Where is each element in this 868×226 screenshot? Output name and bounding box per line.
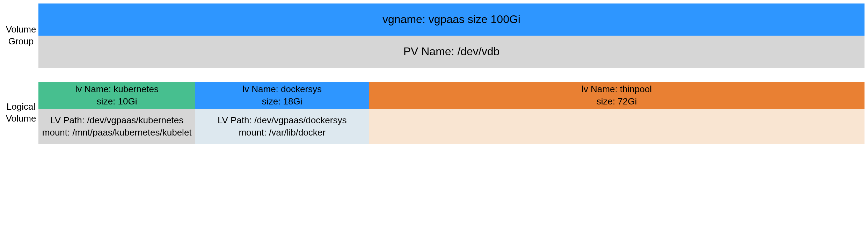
vg-header-box: vgname: vgpaas size 100Gi <box>38 3 865 36</box>
lv-path-text: LV Path: /dev/vgpaas/kubernetes <box>50 114 183 126</box>
lv-mount-box <box>369 109 865 144</box>
lv-size-text: size: 72Gi <box>597 95 637 108</box>
lv-header-box: lv Name: kubernetessize: 10Gi <box>38 82 195 109</box>
lv-mount-text: mount: /var/lib/docker <box>239 126 326 139</box>
lv-size-text: size: 10Gi <box>97 95 137 108</box>
lv-size-text: size: 18Gi <box>262 95 302 108</box>
label-text: Volume <box>3 24 38 36</box>
lv-header-box: lv Name: dockersyssize: 18Gi <box>195 82 369 109</box>
volume-group-content: vgname: vgpaas size 100Gi PV Name: /dev/… <box>38 3 865 68</box>
logical-volume-content: lv Name: kubernetessize: 10Gilv Name: do… <box>38 82 865 144</box>
lv-mount-text: mount: /mnt/paas/kubernetes/kubelet <box>42 126 192 139</box>
label-text: Logical <box>3 101 38 113</box>
lv-name-text: lv Name: thinpool <box>582 83 652 95</box>
lv-mount-box: LV Path: /dev/vgpaas/kubernetesmount: /m… <box>38 109 195 144</box>
pv-box: PV Name: /dev/vdb <box>38 36 865 68</box>
volume-group-label: Volume Group <box>3 24 38 48</box>
pv-row: PV Name: /dev/vdb <box>38 36 865 68</box>
lv-mount-row: LV Path: /dev/vgpaas/kubernetesmount: /m… <box>38 109 865 144</box>
label-text: Group <box>3 36 38 48</box>
lv-name-text: lv Name: dockersys <box>242 83 322 95</box>
label-text: Volume <box>3 113 38 125</box>
vg-header-text: vgname: vgpaas size 100Gi <box>382 12 520 27</box>
logical-volume-section: Logical Volume lv Name: kubernetessize: … <box>3 82 865 144</box>
volume-group-section: Volume Group vgname: vgpaas size 100Gi P… <box>3 3 865 68</box>
lv-path-text: LV Path: /dev/vgpaas/dockersys <box>218 114 347 126</box>
lv-mount-box: LV Path: /dev/vgpaas/dockersysmount: /va… <box>195 109 369 144</box>
lv-name-text: lv Name: kubernetes <box>75 83 158 95</box>
logical-volume-label: Logical Volume <box>3 101 38 125</box>
vg-header-row: vgname: vgpaas size 100Gi <box>38 3 865 36</box>
pv-name-text: PV Name: /dev/vdb <box>403 44 500 59</box>
lv-header-box: lv Name: thinpoolsize: 72Gi <box>369 82 865 109</box>
lv-header-row: lv Name: kubernetessize: 10Gilv Name: do… <box>38 82 865 109</box>
